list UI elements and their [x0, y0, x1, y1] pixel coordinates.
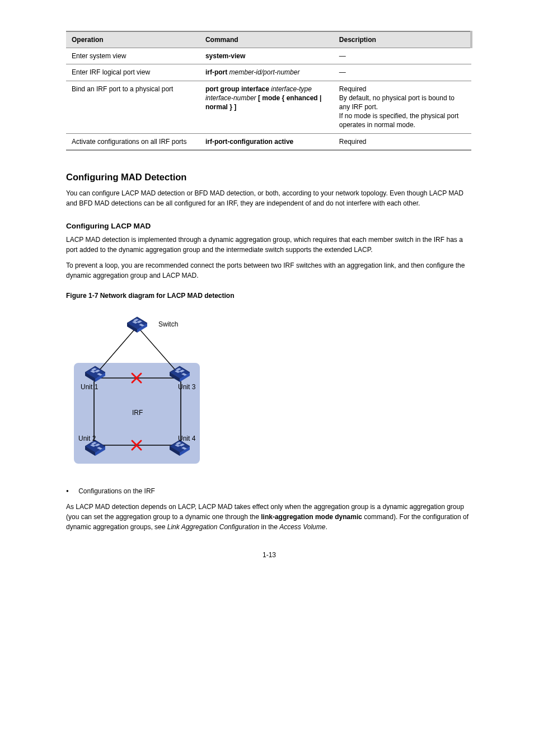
diagram-svg: Switch Unit 1 Unit 3 Unit 2 Unit 4 IRF — [66, 304, 212, 469]
bullet-icon: ● — [66, 488, 69, 493]
label-switch: Switch — [158, 320, 178, 328]
mad-paragraph: You can configure LACP MAD detection or … — [66, 188, 472, 208]
table-row: Activate configurations on all IRF ports… — [66, 133, 471, 150]
network-diagram: Switch Unit 1 Unit 3 Unit 2 Unit 4 IRF — [66, 304, 472, 472]
config-table: Operation Command Description Enter syst… — [66, 31, 472, 151]
label-irf: IRF — [132, 409, 143, 417]
table-row: Enter IRF logical port view irf-port mem… — [66, 64, 471, 81]
page-number: 1-13 — [66, 551, 472, 559]
heading-mad: Configuring MAD Detection — [66, 172, 472, 183]
label-u3: Unit 3 — [178, 383, 196, 391]
switch-icon — [127, 317, 147, 333]
table-header-description: Description — [334, 31, 471, 48]
table-row: Bind an IRF port to a physical port port… — [66, 81, 471, 133]
label-u4: Unit 4 — [178, 435, 196, 442]
label-u1: Unit 1 — [81, 383, 99, 391]
heading-lacp: Configuring LACP MAD — [66, 222, 472, 230]
table-header-operation: Operation — [66, 31, 200, 48]
bullet-item: ● Configurations on the IRF — [66, 486, 472, 496]
table-row: Enter system view system-view — — [66, 48, 471, 64]
label-u2: Unit 2 — [78, 435, 96, 442]
figure-caption: Figure 1-7 Network diagram for LACP MAD … — [66, 292, 472, 300]
lacp-paragraph-2: To prevent a loop, you are recommended c… — [66, 260, 472, 281]
lacp-paragraph-1: LACP MAD detection is implemented throug… — [66, 235, 472, 255]
post-figure-paragraph: As LACP MAD detection depends on LACP, L… — [66, 502, 472, 532]
table-header-command: Command — [200, 31, 334, 48]
